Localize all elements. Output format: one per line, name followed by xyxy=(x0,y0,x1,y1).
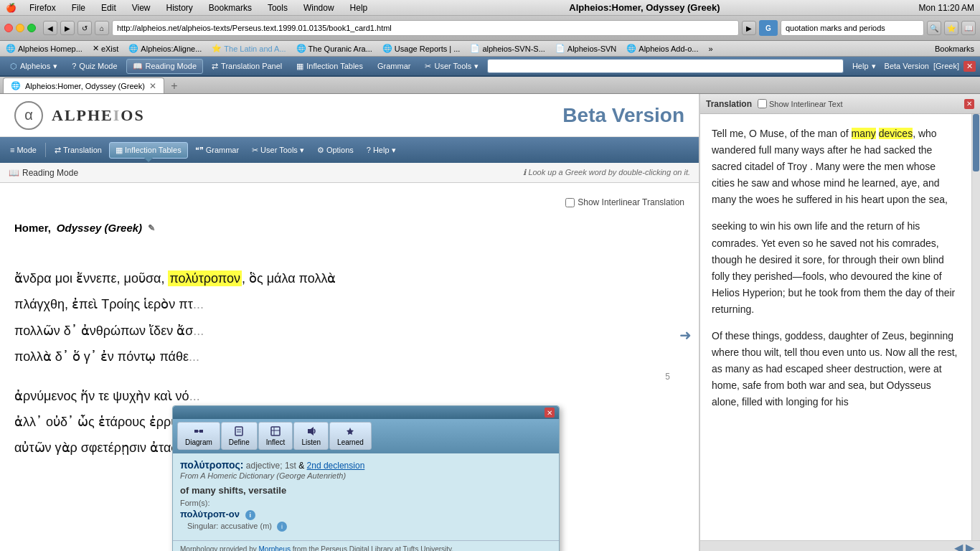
help-btn[interactable]: Help ▾ xyxy=(847,60,882,73)
learned-tool-btn[interactable]: Learned xyxy=(329,422,372,450)
alpheios-dropdown-btn[interactable]: ⬡ Alpheios ▾ xyxy=(4,60,63,73)
diagram-tool-btn[interactable]: Diagram xyxy=(177,422,220,450)
menu-edit[interactable]: Edit xyxy=(98,1,119,14)
mode-btn[interactable]: ≡ Mode xyxy=(4,143,42,157)
home-button[interactable]: ⌂ xyxy=(95,21,109,35)
menu-tools[interactable]: Tools xyxy=(265,1,291,14)
morph-declension-link[interactable]: 2nd declension xyxy=(307,461,365,471)
show-interlinear-checkbox[interactable] xyxy=(758,99,767,108)
menu-history[interactable]: History xyxy=(164,1,196,14)
ct-help-icon: ? xyxy=(367,146,371,154)
trans-scrollbar[interactable] xyxy=(971,114,980,540)
translation-panel: Translation Show Interlinear Text ✕ Tell… xyxy=(700,94,980,551)
mac-status-bar: Mon 11:20 AM xyxy=(919,3,974,13)
back-button[interactable]: ◀ xyxy=(43,21,57,35)
bookmark-item-2[interactable]: 🌐 Alpheios:Aligne... xyxy=(126,42,204,55)
forward-button[interactable]: ▶ xyxy=(60,21,75,35)
greek-line-4[interactable]: πολλὰ δ᾽ ὅ γ᾽ ἐν πόντῳ πάθε... xyxy=(14,345,684,368)
morph-footer-text2: from the Perseus Digital Library at Tuft… xyxy=(293,545,453,551)
ct-inflection-btn[interactable]: ▦ Inflection Tables xyxy=(109,142,188,159)
greek-text-area[interactable]: Show Interlinear Translation Homer, Odys… xyxy=(0,183,699,551)
menu-window[interactable]: Window xyxy=(301,1,337,14)
ct-grammar-label: Grammar xyxy=(206,146,239,154)
ct-grammar-btn[interactable]: ❝❞ Grammar xyxy=(189,143,245,158)
alpheios-toolbar: ⬡ Alpheios ▾ ? Quiz Mode 📖 Reading Mode … xyxy=(0,57,980,77)
bookmark-more[interactable]: » xyxy=(705,43,715,55)
quiz-mode-btn[interactable]: ? Quiz Mode xyxy=(66,60,123,72)
interlinear-label: Show Interlinear Translation xyxy=(578,197,684,207)
user-tools-btn[interactable]: ✂ User Tools ▾ xyxy=(419,60,484,73)
alpheios-chevron: ▾ xyxy=(53,62,57,71)
bookmark-item-4[interactable]: 🌐 The Quranic Ara... xyxy=(293,42,375,55)
reload-button[interactable]: ↺ xyxy=(77,21,92,35)
trans-prev-btn[interactable]: ◀ xyxy=(954,541,963,551)
apple-menu[interactable]: 🍎 xyxy=(6,3,17,13)
ct-options-btn[interactable]: ⚙ Options xyxy=(311,143,359,158)
define-tool-btn[interactable]: Define xyxy=(221,422,258,450)
morph-form-info-icon[interactable]: i xyxy=(277,522,287,532)
maximize-traffic-light[interactable] xyxy=(27,24,36,32)
reading-mode-btn[interactable]: 📖 Reading Mode xyxy=(126,59,204,74)
search-input[interactable] xyxy=(781,20,924,36)
go-button[interactable]: ▶ xyxy=(742,21,756,35)
ct-help-btn[interactable]: ? Help ▾ xyxy=(361,143,402,158)
morph-popup-header: ✕ xyxy=(173,406,559,419)
menu-bookmarks[interactable]: Bookmarks xyxy=(206,1,255,14)
ct-user-tools-btn[interactable]: ✂ User Tools ▾ xyxy=(246,143,310,158)
bookmark-item-0[interactable]: 🌐 Alpheios Homep... xyxy=(3,42,85,55)
menu-file[interactable]: File xyxy=(69,1,88,14)
ct-translation-btn[interactable]: ⇄ Translation xyxy=(49,143,108,158)
ct-help-chevron: ▾ xyxy=(392,146,396,155)
bookmark-item-3[interactable]: ⭐ The Latin and A... xyxy=(209,42,288,55)
next-page-arrow[interactable]: ➜ xyxy=(679,326,692,344)
mac-menu-bar[interactable]: 🍎 Firefox File Edit View History Bookmar… xyxy=(6,1,370,14)
bookmark-item-6[interactable]: 📄 alpheios-SVN-S... xyxy=(467,42,547,55)
inflection-tables-btn[interactable]: ▦ Inflection Tables xyxy=(291,60,369,73)
trans-close-btn[interactable]: ✕ xyxy=(964,99,974,109)
search-button[interactable]: 🔍 xyxy=(927,21,941,35)
translation-panel-btn[interactable]: ⇄ Translation Panel xyxy=(206,60,288,73)
minimize-traffic-light[interactable] xyxy=(16,24,24,32)
toolbar-search-input[interactable] xyxy=(487,59,844,73)
trans-scrollbar-thumb[interactable] xyxy=(973,114,979,171)
trans-body: Tell me, O Muse, of the man of many devi… xyxy=(700,114,971,540)
morph-info-icon[interactable]: i xyxy=(245,510,255,520)
bookmark-item-5[interactable]: 🌐 Usage Reports | ... xyxy=(380,42,463,55)
menu-help[interactable]: Help xyxy=(347,1,371,14)
greek-line-5[interactable]: ἀρνύμενος ἥν τε ψυχὴν καὶ νό... xyxy=(14,385,684,408)
hint-text: Look up a Greek word by double-clicking … xyxy=(528,168,690,176)
show-interlinear-check-label[interactable]: Show Interlinear Text xyxy=(758,99,843,108)
bookmark-item-1[interactable]: ✕ eXist xyxy=(90,42,121,55)
morpheus-link[interactable]: Morpheus xyxy=(259,545,291,551)
morph-popup-close[interactable]: ✕ xyxy=(545,408,555,418)
trans-next-btn[interactable]: ▶ xyxy=(966,541,974,551)
address-input[interactable] xyxy=(112,20,739,36)
greek-line-3[interactable]: πολλῶν δ᾽ ἀνθρώπων ἴδεν ἄσ... xyxy=(14,319,684,342)
quiz-label: Quiz Mode xyxy=(79,62,117,70)
morph-source: From A Homeric Dictionary (George Autenr… xyxy=(180,471,346,480)
menu-view[interactable]: View xyxy=(129,1,154,14)
close-traffic-light[interactable] xyxy=(4,24,13,32)
greek-line-1[interactable]: ἄνδρα μοι ἔννεπε, μοῦσα, πολύτροπον, ὃς … xyxy=(14,267,684,290)
bookmark-star[interactable]: ⭐ xyxy=(944,21,958,35)
menu-firefox[interactable]: Firefox xyxy=(27,1,59,14)
inflect-tool-btn[interactable]: Inflect xyxy=(258,422,293,450)
bookmark-item-7[interactable]: 📄 Alpheios-SVN xyxy=(552,42,619,55)
listen-icon xyxy=(306,425,317,437)
close-toolbar-btn[interactable]: ✕ xyxy=(963,61,976,72)
highlighted-word[interactable]: πολύτροπον xyxy=(168,270,242,286)
form-detail-label: Singular: xyxy=(187,522,218,530)
trans-para-2: seeking to win his own life and the retu… xyxy=(712,218,960,318)
grammar-btn[interactable]: Grammar xyxy=(372,60,416,72)
interlinear-checkbox[interactable] xyxy=(565,198,575,207)
tab-close-btn[interactable]: ✕ xyxy=(149,81,156,91)
bookmark-item-8[interactable]: 🌐 Alpheios Add-o... xyxy=(623,42,701,55)
interlinear-checkbox-label[interactable]: Show Interlinear Translation xyxy=(565,197,684,207)
active-tab[interactable]: 🌐 Alpheios:Homer, Odyssey (Greek) ✕ xyxy=(3,77,164,93)
greek-line-2[interactable]: πλάγχθη, ἐπεὶ Τροίης ἱερὸν πτ... xyxy=(14,293,684,316)
listen-tool-btn[interactable]: Listen xyxy=(293,422,329,450)
bookmarks-label[interactable]: Bookmarks xyxy=(932,43,977,55)
new-tab-btn[interactable]: + xyxy=(167,79,182,93)
bookmarks-button[interactable]: 📖 xyxy=(961,21,976,35)
edit-icon[interactable]: ✎ xyxy=(148,223,155,233)
